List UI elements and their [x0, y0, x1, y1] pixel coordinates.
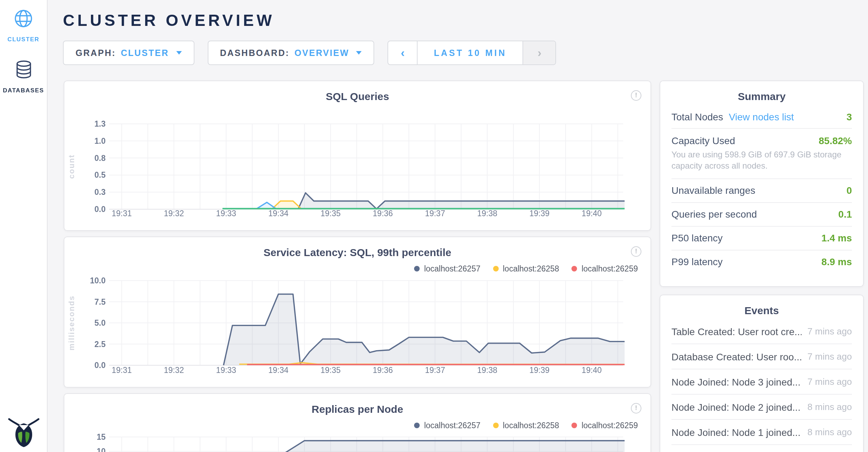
dashboard-dropdown-label: DASHBOARD:: [220, 48, 290, 58]
svg-text:19:39: 19:39: [529, 209, 550, 218]
summary-row-p99-latency: P99 latency 8.9 ms: [671, 250, 852, 274]
legend-item: localhost:26259: [572, 421, 638, 430]
info-icon[interactable]: !: [631, 246, 641, 257]
database-icon: [14, 60, 33, 82]
info-icon[interactable]: !: [631, 90, 641, 101]
svg-text:0.5: 0.5: [94, 170, 106, 179]
event-row[interactable]: Node Joined: Node 2 joined... 8 mins ago: [671, 395, 852, 420]
summary-row-label: Total Nodes View nodes list: [671, 111, 794, 122]
view-nodes-list-link[interactable]: View nodes list: [729, 111, 794, 122]
chevron-right-icon: ›: [538, 46, 541, 60]
event-text: Table Created: User root cre...: [671, 326, 802, 337]
sidebar-item-label: CLUSTER: [7, 36, 40, 43]
legend-item: localhost:26259: [572, 264, 638, 273]
svg-text:19:36: 19:36: [373, 366, 393, 375]
svg-text:7.5: 7.5: [94, 297, 106, 306]
svg-text:19:39: 19:39: [529, 366, 550, 375]
svg-text:0.8: 0.8: [94, 154, 106, 163]
chevron-down-icon: [176, 51, 182, 55]
svg-text:19:36: 19:36: [373, 209, 393, 218]
svg-text:19:34: 19:34: [268, 366, 289, 375]
dashboard-dropdown[interactable]: DASHBOARD: OVERVIEW: [207, 41, 375, 65]
time-window-prev-button[interactable]: ‹: [389, 41, 417, 64]
event-text: Node Joined: Node 1 joined...: [671, 426, 801, 438]
svg-text:19:32: 19:32: [164, 209, 184, 218]
event-timestamp: 7 mins ago: [807, 376, 852, 387]
event-row[interactable]: Node Joined: Node 3 joined... 7 mins ago: [671, 369, 852, 395]
legend-item: localhost:26258: [493, 421, 559, 430]
summary-row-unavailable-ranges: Unavailable ranges 0: [671, 178, 852, 202]
chart-legend: localhost:26257 localhost:26258 localhos…: [414, 421, 638, 430]
legend-dot-icon: [493, 266, 499, 271]
svg-text:1.3: 1.3: [94, 119, 106, 128]
page-title: CLUSTER OVERVIEW: [63, 11, 275, 30]
legend-item: localhost:26258: [493, 264, 559, 273]
sidebar-item-cluster[interactable]: CLUSTER: [0, 9, 47, 43]
svg-text:2.5: 2.5: [94, 340, 106, 349]
svg-text:15: 15: [97, 432, 106, 442]
events-body: Table Created: User root cre... 7 mins a…: [660, 319, 863, 445]
summary-row-capacity-used: Capacity Used 85.82% You are using 598.9…: [671, 128, 852, 178]
event-row[interactable]: Database Created: User roo... 7 mins ago: [671, 344, 852, 369]
summary-row-queries-per-second: Queries per second 0.1: [671, 202, 852, 226]
event-text: Node Joined: Node 3 joined...: [671, 376, 801, 387]
svg-text:19:31: 19:31: [112, 209, 132, 218]
summary-row-value: 0.1: [838, 209, 852, 220]
svg-text:0.0: 0.0: [94, 361, 106, 370]
events-panel: Events Table Created: User root cre... 7…: [660, 295, 864, 452]
legend-label: localhost:26259: [582, 421, 638, 430]
summary-label-text: Total Nodes: [671, 111, 723, 122]
svg-text:19:37: 19:37: [425, 209, 445, 218]
legend-label: localhost:26258: [503, 264, 559, 273]
legend-dot-icon: [572, 266, 577, 271]
time-window-selector: ‹ LAST 10 MIN ›: [388, 41, 556, 65]
replicas-per-node-chart: 151019:3119:3219:3319:3419:3519:3619:371…: [64, 432, 652, 452]
legend-dot-icon: [572, 423, 577, 428]
summary-row-label: Unavailable ranges: [671, 185, 755, 196]
sidebar-item-databases[interactable]: DATABASES: [0, 60, 47, 94]
svg-text:19:35: 19:35: [320, 366, 341, 375]
svg-text:10.0: 10.0: [90, 276, 106, 285]
sidebar: CLUSTER DATABASES: [0, 0, 48, 452]
summary-row-p50-latency: P50 latency 1.4 ms: [671, 226, 852, 250]
globe-icon: [14, 9, 33, 31]
summary-row-label: Queries per second: [671, 209, 757, 220]
chart-legend: localhost:26257 localhost:26258 localhos…: [414, 264, 638, 273]
summary-row-label: P50 latency: [671, 233, 723, 244]
summary-panel: Summary Total Nodes View nodes list 3 Ca…: [660, 80, 864, 287]
summary-row-label: P99 latency: [671, 256, 723, 268]
legend-item: localhost:26257: [414, 264, 481, 273]
events-title: Events: [660, 304, 863, 316]
chart-card-sql-queries: SQL Queries ! 0.00.30.50.81.01.319:3119:…: [64, 80, 651, 231]
svg-text:5.0: 5.0: [94, 318, 106, 327]
time-window-range-button[interactable]: LAST 10 MIN: [417, 41, 524, 64]
event-timestamp: 8 mins ago: [807, 427, 852, 437]
event-row[interactable]: Node Joined: Node 1 joined... 8 mins ago: [671, 420, 852, 445]
info-icon[interactable]: !: [631, 403, 641, 414]
legend-label: localhost:26257: [424, 264, 481, 273]
legend-item: localhost:26257: [414, 421, 481, 430]
app-viewport: CLUSTER DATABASES C: [0, 0, 868, 452]
time-window-next-button[interactable]: ›: [524, 41, 556, 64]
summary-row-value: 1.4 ms: [821, 233, 852, 244]
summary-title: Summary: [660, 90, 863, 102]
graph-dropdown-label: GRAPH:: [76, 48, 116, 58]
cockroachdb-logo: [0, 414, 48, 448]
graph-dropdown[interactable]: GRAPH: CLUSTER: [63, 41, 194, 65]
main-content: CLUSTER OVERVIEW GRAPH: CLUSTER DASHBOAR…: [48, 0, 868, 452]
legend-dot-icon: [493, 423, 499, 428]
event-text: Node Joined: Node 2 joined...: [671, 401, 801, 412]
svg-text:count: count: [67, 154, 76, 179]
sidebar-item-label: DATABASES: [3, 87, 44, 94]
svg-text:19:37: 19:37: [425, 366, 445, 375]
svg-text:19:38: 19:38: [477, 366, 497, 375]
capacity-used-subtext: You are using 598.9 GiB of 697.9 GiB sto…: [671, 149, 852, 171]
svg-text:10: 10: [97, 447, 106, 452]
dashboard-dropdown-value: OVERVIEW: [294, 48, 349, 58]
event-timestamp: 8 mins ago: [807, 402, 852, 412]
svg-text:1.0: 1.0: [94, 136, 106, 146]
summary-row-value: 8.9 ms: [821, 256, 852, 268]
svg-text:19:40: 19:40: [582, 366, 602, 375]
dashboard-controls: GRAPH: CLUSTER DASHBOARD: OVERVIEW ‹ LAS…: [63, 41, 556, 65]
event-row[interactable]: Table Created: User root cre... 7 mins a…: [671, 319, 852, 344]
